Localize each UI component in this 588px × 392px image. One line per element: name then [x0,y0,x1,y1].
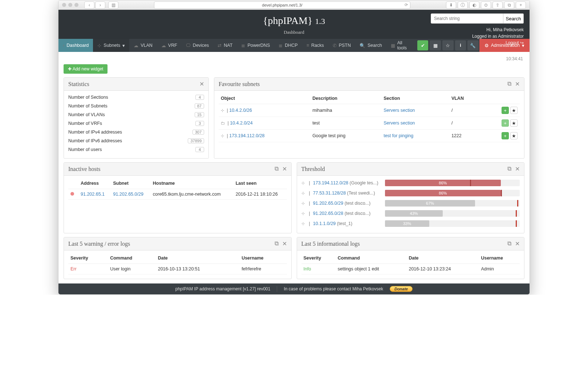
back-button[interactable]: ‹ [84,1,94,9]
subnet-link[interactable]: 91.202.65.0/29 [113,192,143,197]
sidebar-toggle-button[interactable]: ▥ [108,1,118,9]
url-text: devel.phpipam.net/1.3/ [262,3,302,7]
toolbar-sync-icon[interactable]: ◐ [469,1,479,9]
nav-item-vrf[interactable]: ☁ VRF [157,39,182,52]
threshold-marker [501,190,502,196]
add-widget-button[interactable]: ✚ Add new widget [64,64,108,74]
progress-bar: 33% [385,220,520,227]
nav-item-search[interactable]: 🔍 Search [355,39,386,52]
toolbar-settings-icon[interactable]: ⊙ [481,1,491,9]
stats-row: Number of Subnets87 [68,102,204,110]
toolbar-download-icon[interactable]: ⬇ [446,1,456,9]
stat-value: 307 [192,130,204,135]
threshold-row: ⊹| 10.1.1.0/29 (test_1)33% [301,219,520,229]
panel-title: Last 5 warning / error logs [68,241,130,247]
nav-item-racks[interactable]: ≡ Racks [302,39,328,52]
subnet-link[interactable]: 10.4.2.0/26 [229,108,252,113]
inactive-hosts-panel: Inactive hosts ⧉✕ AddressSubnetHostnameL… [64,162,292,233]
favourites-panel: Favourite subnets ⧉✕ ObjectDescriptionSe… [214,77,524,159]
subnet-link[interactable]: 91.202.65.0/29 [313,201,343,206]
subnet-link[interactable]: 91.202.65.0/28 [313,211,343,216]
logout-link[interactable]: Logout ↪ [506,40,524,45]
subnet-link[interactable]: 77.53.31.128/28 [313,191,346,196]
close-icon[interactable]: ✕ [515,166,520,172]
nav-item-powerdns[interactable]: ≣ PowerDNS [237,39,274,52]
nav-item-all-tools[interactable]: ▦ All tools [386,39,417,52]
nav-item-dashboard[interactable]: › Dashboard [58,39,93,52]
popout-icon[interactable]: ⧉ [507,166,511,172]
stat-value: 3 [195,121,204,126]
user-info: Hi, Miha Petkovsek Logged in as Administ… [472,26,524,46]
toolbar-share-icon[interactable]: ⇪ [492,1,503,9]
popout-icon[interactable]: ⧉ [275,240,279,247]
page-subtitle: Dashboard [64,26,524,37]
threshold-row: ⊹| 173.194.112.0/28 (Google tes...)86% [301,178,520,188]
close-icon[interactable]: ✕ [282,166,287,172]
subnet-link[interactable]: 173.194.112.0/28 [229,133,264,138]
stats-row: Number of VLANs15 [68,110,204,119]
forward-button[interactable]: › [95,1,105,9]
subnet-link[interactable]: 10.4.2.0/24 [230,121,253,126]
popout-icon[interactable]: ⧉ [507,81,511,87]
nav-info-button[interactable]: i [455,40,466,50]
section-link[interactable]: test for pinging [384,133,413,138]
nav-grid-button[interactable]: ▦ [430,40,441,50]
close-icon[interactable]: ✕ [515,81,520,87]
search-input[interactable] [431,13,503,24]
star-button[interactable]: ★ [510,119,518,127]
footer-version: phpIPAM IP address management [v1.27] re… [175,286,271,291]
nav-star-button[interactable]: ☆ [442,40,454,50]
subnet-link[interactable]: 173.194.112.0/28 [313,180,348,185]
threshold-marker [516,220,517,227]
exchange-icon: ⇄ [218,43,222,48]
stat-value: 37899 [188,138,204,143]
reload-icon[interactable]: ⟳ [405,3,408,7]
close-icon[interactable]: ✕ [282,240,287,247]
browser-titlebar: ‹ › ▥ devel.phpipam.net/1.3/ ⟳ ⬇ ⓘ ◐ ⊙ ⇪… [58,0,530,10]
popout-icon[interactable]: ⧉ [507,240,511,247]
main-nav: › Dashboard⊹ Subnets ▾☁ VLAN☁ VRF🖵 Devic… [58,39,530,52]
donate-button[interactable]: Donate [390,286,413,292]
nav-item-nat[interactable]: ⇄ NAT [213,39,237,52]
nav-item-dhcp[interactable]: ≣ DHCP [274,39,302,52]
address-link[interactable]: 91.202.65.1 [81,192,105,197]
subnet-link[interactable]: 10.1.1.0/29 [313,221,336,226]
severity: Info [301,264,336,274]
panel-title: Inactive hosts [68,166,100,172]
nav-ok-button[interactable]: ✔ [417,40,429,50]
progress-bar: 86% [385,180,520,186]
section-link[interactable]: Servers section [384,121,415,126]
nav-item-subnets[interactable]: ⊹ Subnets ▾ [93,39,129,52]
section-link[interactable]: Servers section [384,108,415,113]
star-button[interactable]: ★ [510,132,518,139]
info-log-panel: Last 5 informational logs ⧉✕ SeverityCom… [297,237,525,279]
search-button[interactable]: Search [503,13,524,24]
nav-item-vlan[interactable]: ☁ VLAN [129,39,157,52]
nav-item-pstn[interactable]: ✆ PSTN [328,39,355,52]
toolbar-info-icon[interactable]: ⓘ [458,1,468,9]
threshold-row: ⊹| 91.202.65.0/28 (test disco...)43% [301,208,520,219]
url-bar[interactable]: devel.phpipam.net/1.3/ ⟳ [154,1,410,9]
close-icon[interactable]: ✕ [515,240,520,247]
toolbar-newtab-icon[interactable]: + [516,1,526,9]
threshold-row: ⊹| 91.202.65.0/29 (test disco...)67% [301,198,520,208]
traffic-lights [62,3,78,7]
stats-row: Number of VRFs3 [68,119,204,128]
star-button[interactable]: ★ [510,107,518,114]
add-ip-button[interactable]: + [502,107,509,114]
add-ip-button[interactable]: + [502,132,509,139]
panel-title: Last 5 informational logs [301,241,360,247]
toolbar-tabs-icon[interactable]: ⧉ [504,1,514,9]
nav-item-devices[interactable]: 🖵 Devices [182,39,213,52]
panel-title: Favourite subnets [219,81,260,87]
popout-icon[interactable]: ⧉ [275,166,279,172]
caret-down-icon: ▾ [122,43,125,48]
list-icon: ≣ [241,43,245,48]
sitemap-icon: ⊹ [301,221,305,226]
add-ip-button[interactable]: + [502,119,509,127]
sitemap-icon: ⊹ [221,134,224,138]
progress-bar: 43% [385,210,520,217]
stats-row: Number of Sections4 [68,93,204,102]
inactive-table: AddressSubnetHostnameLast seen 91.202.65… [68,178,287,200]
close-icon[interactable]: ✕ [199,81,204,87]
